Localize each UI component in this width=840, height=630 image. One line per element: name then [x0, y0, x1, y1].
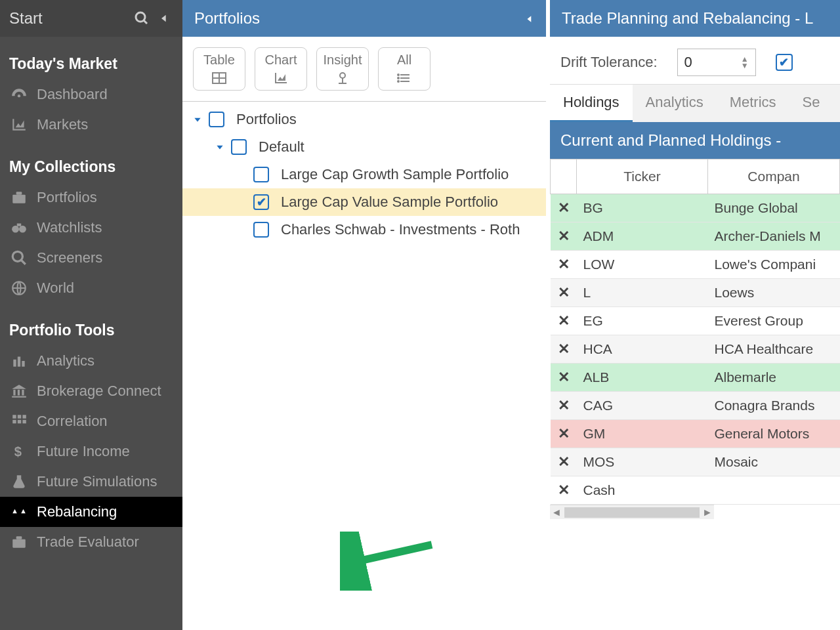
company-cell — [708, 476, 840, 505]
nav-rebalancing[interactable]: Rebalancing — [0, 497, 182, 527]
nav-brokerage[interactable]: Brokerage Connect — [0, 376, 182, 406]
svg-line-45 — [350, 545, 432, 563]
rebalancing-title: Trade Planning and Rebalancing - L — [562, 9, 813, 28]
remove-row-icon[interactable]: ✕ — [551, 307, 577, 335]
ticker-cell: ALB — [577, 364, 708, 392]
remove-row-icon[interactable]: ✕ — [551, 364, 577, 392]
nav-screeners[interactable]: Screeners — [0, 243, 182, 273]
globe-icon — [9, 280, 29, 297]
checkbox[interactable] — [253, 167, 269, 182]
nav-future-sim[interactable]: Future Simulations — [0, 467, 182, 497]
sidebar-top: Start — [0, 0, 182, 37]
nav-correlation[interactable]: Correlation — [0, 406, 182, 436]
column-header-ticker[interactable]: Ticker — [577, 159, 708, 194]
ticker-cell: Cash — [577, 476, 708, 505]
nav-world[interactable]: World — [0, 273, 182, 303]
collapse-left-icon[interactable] — [155, 9, 173, 28]
remove-row-icon[interactable]: ✕ — [551, 476, 577, 505]
svg-rect-21 — [18, 415, 21, 418]
table-row[interactable]: ✕LOWLowe's Compani — [551, 251, 840, 279]
table-row[interactable]: ✕CAGConagra Brands — [551, 392, 840, 420]
company-cell: HCA Healthcare — [708, 335, 840, 364]
company-cell: Mosaic — [708, 448, 840, 476]
svg-point-41 — [398, 81, 399, 82]
svg-marker-15 — [12, 385, 26, 389]
tree-default[interactable]: Default — [182, 133, 546, 161]
remove-row-icon[interactable]: ✕ — [551, 222, 577, 251]
tree-portfolio-item[interactable]: Large Cap Value Sample Portfolio — [182, 188, 546, 216]
tab-holdings[interactable]: Holdings — [550, 85, 633, 122]
checkbox[interactable] — [231, 139, 247, 155]
company-cell: Lowe's Compani — [708, 251, 840, 279]
nav-trade-eval[interactable]: Trade Evaluator — [0, 527, 182, 557]
table-row[interactable]: ✕EGEverest Group — [551, 307, 840, 335]
tab-analytics[interactable]: Analytics — [633, 85, 717, 122]
search-icon — [9, 249, 29, 266]
search-icon[interactable] — [133, 9, 151, 28]
tree-portfolio-item[interactable]: Large Cap Growth Sample Portfolio — [182, 161, 546, 188]
table-row[interactable]: ✕Cash — [551, 476, 840, 505]
controls-row: Drift Tolerance: 0 ▲▼ — [550, 37, 840, 85]
table-row[interactable]: ✕HCAHCA Healthcare — [551, 335, 840, 364]
remove-row-icon[interactable]: ✕ — [551, 335, 577, 364]
binoculars-icon — [9, 219, 29, 236]
view-chart-button[interactable]: Chart — [255, 47, 307, 91]
nav-label: Future Income — [37, 443, 130, 460]
remove-row-icon[interactable]: ✕ — [551, 194, 577, 222]
checkbox[interactable] — [209, 112, 224, 127]
table-row[interactable]: ✕BGBunge Global — [551, 194, 840, 222]
svg-rect-25 — [22, 420, 26, 423]
view-table-button[interactable]: Table — [193, 47, 245, 91]
nav-future-income[interactable]: $ Future Income — [0, 436, 182, 467]
table-row[interactable]: ✕MOSMosaic — [551, 448, 840, 476]
rebalancing-panel: Trade Planning and Rebalancing - L Drift… — [550, 0, 840, 630]
dollar-icon: $ — [9, 443, 29, 460]
nav-portfolios[interactable]: Portfolios — [0, 182, 182, 213]
caret-down-icon[interactable] — [214, 141, 226, 153]
drift-tolerance-stepper[interactable]: 0 ▲▼ — [677, 49, 756, 76]
collapse-left-icon[interactable] — [525, 9, 534, 28]
remove-row-icon[interactable]: ✕ — [551, 279, 577, 307]
tree-label: Portfolios — [236, 111, 297, 128]
tab-more[interactable]: Se — [789, 85, 833, 122]
view-all-button[interactable]: All — [378, 47, 430, 91]
remove-row-icon[interactable]: ✕ — [551, 392, 577, 420]
view-insight-button[interactable]: Insight — [316, 47, 369, 91]
nav-markets[interactable]: Markets — [0, 110, 182, 140]
ticker-cell: BG — [577, 194, 708, 222]
nav-label: Screeners — [37, 249, 102, 266]
scroll-left-icon[interactable]: ◄ — [550, 507, 563, 518]
company-cell: Bunge Global — [708, 194, 840, 222]
remove-row-icon[interactable]: ✕ — [551, 448, 577, 476]
nav-watchlists[interactable]: Watchlists — [0, 213, 182, 243]
svg-marker-29 — [528, 16, 532, 22]
tab-metrics[interactable]: Metrics — [717, 85, 789, 122]
horizontal-scrollbar[interactable]: ◄ ► — [550, 505, 714, 519]
microscope-icon — [333, 70, 352, 86]
table-row[interactable]: ✕ALBAlbemarle — [551, 364, 840, 392]
stepper-arrows-icon[interactable]: ▲▼ — [741, 56, 749, 69]
svg-point-9 — [12, 251, 22, 261]
nav-analytics[interactable]: Analytics — [0, 346, 182, 376]
start-label[interactable]: Start — [9, 9, 129, 28]
scroll-right-icon[interactable]: ► — [701, 507, 714, 518]
caret-down-icon[interactable] — [192, 114, 203, 125]
tree-portfolio-item[interactable]: Charles Schwab - Investments - Roth — [182, 216, 546, 243]
remove-row-icon[interactable]: ✕ — [551, 420, 577, 448]
svg-point-7 — [19, 226, 26, 233]
svg-rect-14 — [22, 361, 24, 367]
table-row[interactable]: ✕LLoews — [551, 279, 840, 307]
column-header-company[interactable]: Compan — [708, 159, 840, 194]
checkbox-checked[interactable] — [776, 54, 793, 71]
svg-rect-27 — [12, 539, 26, 548]
table-row[interactable]: ✕ADMArcher-Daniels M — [551, 222, 840, 251]
view-label: Insight — [324, 52, 362, 68]
scroll-track[interactable] — [564, 507, 700, 518]
table-row[interactable]: ✕GMGeneral Motors — [551, 420, 840, 448]
checkbox-checked[interactable] — [253, 194, 269, 210]
list-icon — [395, 70, 413, 86]
nav-dashboard[interactable]: Dashboard — [0, 79, 182, 110]
checkbox[interactable] — [253, 222, 269, 238]
tree-root[interactable]: Portfolios — [182, 106, 546, 133]
remove-row-icon[interactable]: ✕ — [551, 251, 577, 279]
